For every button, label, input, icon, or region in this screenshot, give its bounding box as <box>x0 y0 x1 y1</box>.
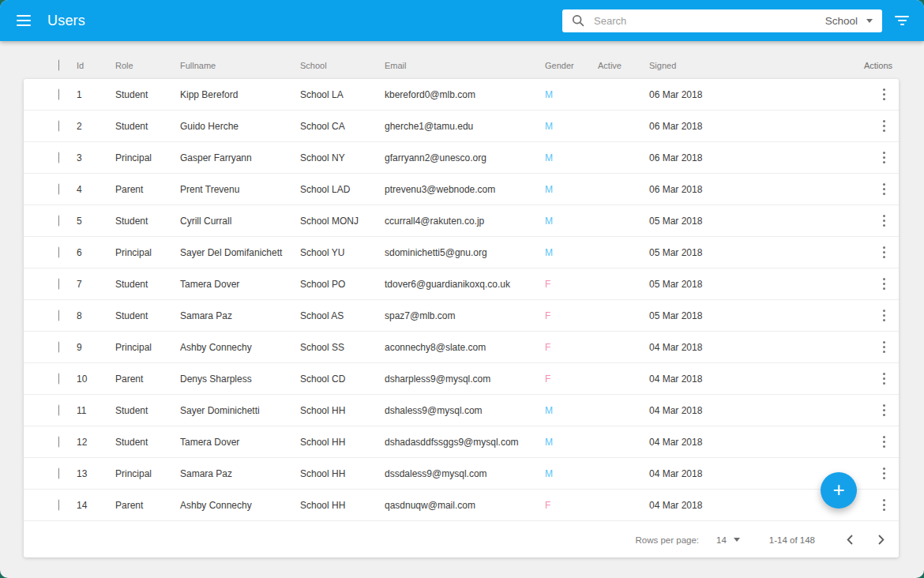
col-header-email: Email <box>367 61 528 70</box>
cell-email: ptrevenu3@webnode.com <box>367 184 528 195</box>
cell-email: gherche1@tamu.edu <box>367 121 528 132</box>
more-vert-icon[interactable] <box>879 495 890 516</box>
app-bar: Users School <box>0 0 924 41</box>
table-body: 1 Student Kipp Bereford School LA kberef… <box>24 79 899 521</box>
cell-email: spaz7@mlb.com <box>367 310 528 321</box>
cell-school: School HH <box>283 437 367 448</box>
cell-role: Principal <box>98 247 163 258</box>
cell-email: dshadasddfssggs9@mysql.com <box>367 437 528 448</box>
cell-school: School LA <box>283 89 367 100</box>
table-row: 3 Principal Gasper Farryann School NY gf… <box>24 142 899 174</box>
cell-role: Student <box>98 216 163 227</box>
cell-gender: F <box>528 500 580 511</box>
rows-per-page-select[interactable]: 14 <box>716 535 740 545</box>
pagination-range: 1-14 of 148 <box>769 535 815 545</box>
table-row: 13 Principal Samara Paz School HH dssdal… <box>24 458 899 490</box>
chevron-left-icon <box>847 535 853 545</box>
cell-gender: M <box>528 152 580 163</box>
users-admin-screen: Users School Id Role Fullname School Ema… <box>0 0 924 578</box>
rows-per-page-label: Rows per page: <box>635 535 699 545</box>
more-vert-icon[interactable] <box>879 148 890 168</box>
cell-role: Principal <box>98 342 163 353</box>
cell-email: qasdnuqw@mail.com <box>367 500 528 511</box>
cell-email: dshaless9@mysql.com <box>367 405 528 416</box>
cell-id: 2 <box>59 121 98 132</box>
cell-email: tdover6@guardianikoxq.co.uk <box>367 279 528 290</box>
cell-fullname: Sayer Del Domifanichetti <box>163 247 283 258</box>
more-vert-icon[interactable] <box>879 464 890 484</box>
chevron-right-icon <box>878 535 885 545</box>
cell-role: Principal <box>98 468 163 479</box>
cell-signed: 04 Mar 2018 <box>632 468 812 479</box>
page-title: Users <box>47 13 85 29</box>
search-input[interactable] <box>592 14 817 28</box>
more-vert-icon[interactable] <box>879 179 890 200</box>
more-vert-icon[interactable] <box>879 306 890 326</box>
table-row: 2 Student Guido Herche School CA gherche… <box>24 111 899 142</box>
cell-id: 14 <box>59 500 98 511</box>
search-field-select[interactable]: School <box>817 15 873 27</box>
cell-id: 11 <box>59 405 98 416</box>
more-vert-icon[interactable] <box>879 274 890 295</box>
col-header-fullname: Fullname <box>163 61 283 70</box>
cell-signed: 04 Mar 2018 <box>632 373 812 385</box>
more-vert-icon[interactable] <box>879 242 890 263</box>
cell-school: School YU <box>283 247 367 258</box>
chevron-down-icon <box>734 538 740 542</box>
more-vert-icon[interactable] <box>879 369 890 389</box>
cell-fullname: Guido Herche <box>163 121 283 132</box>
filter-icon[interactable] <box>895 16 909 25</box>
cell-id: 13 <box>59 468 98 479</box>
table-row: 9 Principal Ashby Connechy School SS aco… <box>24 332 899 363</box>
col-header-actions: Actions <box>812 61 899 70</box>
cell-fullname: Ashby Connechy <box>163 342 283 353</box>
cell-signed: 06 Mar 2018 <box>632 152 812 163</box>
cell-role: Student <box>98 437 163 448</box>
menu-icon[interactable] <box>17 15 31 26</box>
cell-fullname: Denys Sharpless <box>163 373 283 385</box>
more-vert-icon[interactable] <box>879 400 890 421</box>
cell-signed: 04 Mar 2018 <box>632 342 812 353</box>
cell-gender: M <box>528 437 580 448</box>
col-header-id: Id <box>59 61 98 70</box>
cell-school: School PO <box>283 279 367 290</box>
cell-id: 9 <box>59 342 98 353</box>
cell-school: School MONJ <box>283 216 367 227</box>
more-vert-icon[interactable] <box>879 84 890 105</box>
more-vert-icon[interactable] <box>879 337 890 358</box>
search-icon <box>572 14 584 27</box>
cell-school: School HH <box>283 468 367 479</box>
cell-signed: 04 Mar 2018 <box>632 405 812 416</box>
plus-icon: + <box>832 479 844 500</box>
col-header-active: Active <box>580 61 632 70</box>
cell-id: 6 <box>59 247 98 258</box>
more-vert-icon[interactable] <box>879 432 890 452</box>
cell-role: Parent <box>98 373 163 385</box>
cell-gender: F <box>528 342 580 353</box>
table-header: Id Role Fullname School Email Gender Act… <box>24 41 899 79</box>
cell-school: School CD <box>283 373 367 385</box>
cell-email: sdominichetti5@gnu.org <box>367 247 528 258</box>
cell-school: School HH <box>283 405 367 416</box>
cell-email: aconnechy8@slate.com <box>367 342 528 353</box>
cell-fullname: Ashby Connechy <box>163 500 283 511</box>
add-user-button[interactable]: + <box>821 472 857 509</box>
cell-gender: M <box>528 184 580 195</box>
table-row: 10 Parent Denys Sharpless School CD dsha… <box>24 363 899 395</box>
table-row: 11 Student Sayer Dominichetti School HH … <box>24 395 899 426</box>
table-row: 14 Parent Ashby Connechy School HH qasdn… <box>24 490 899 521</box>
cell-role: Student <box>98 121 163 132</box>
cell-fullname: Kipp Bereford <box>163 89 283 100</box>
more-vert-icon[interactable] <box>879 116 890 137</box>
more-vert-icon[interactable] <box>879 211 890 231</box>
next-page-button[interactable] <box>870 530 892 550</box>
cell-fullname: Gasper Farryann <box>163 152 283 163</box>
previous-page-button[interactable] <box>839 530 861 550</box>
cell-id: 8 <box>59 310 98 321</box>
cell-signed: 04 Mar 2018 <box>632 437 812 448</box>
cell-fullname: Prent Trevenu <box>163 184 283 195</box>
cell-role: Student <box>98 279 163 290</box>
table-row: 6 Principal Sayer Del Domifanichetti Sch… <box>24 237 899 268</box>
table-row: 1 Student Kipp Bereford School LA kberef… <box>24 79 899 111</box>
cell-id: 1 <box>59 89 98 100</box>
